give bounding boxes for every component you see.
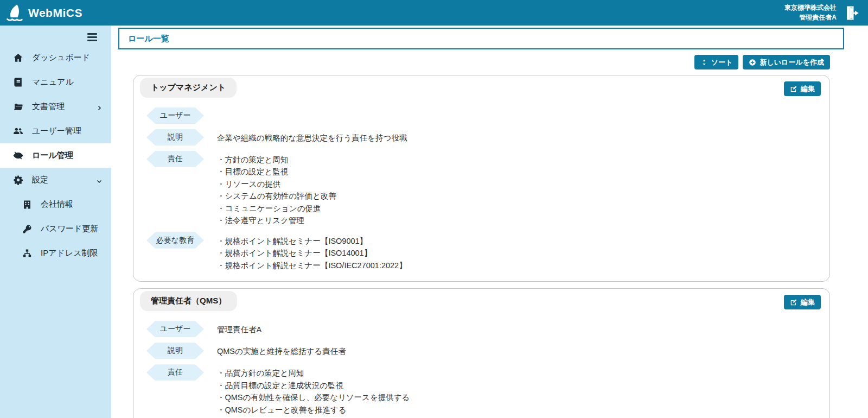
sidebar-item-company-info[interactable]: 会社情報 — [0, 192, 111, 217]
chevron-right-icon — [96, 104, 103, 110]
sidebar: ダッシュボード マニュアル 文書管理 ユーザー管理 ロール管理 設定 — [0, 26, 111, 418]
gear-icon — [13, 175, 23, 185]
edit-pencil-icon — [790, 299, 797, 306]
logout-button[interactable] — [844, 5, 860, 21]
sidebar-item-documents[interactable]: 文書管理 — [0, 94, 111, 119]
edit-pencil-icon — [790, 85, 797, 93]
logout-door-icon — [844, 5, 860, 21]
sidebar-item-label: 設定 — [32, 175, 87, 185]
sidebar-item-dashboard[interactable]: ダッシュボード — [0, 46, 111, 70]
role-card: 管理責任者（QMS） 編集 ユーザー 管理責任者A 説明 QMSの実施と維持を総… — [133, 288, 830, 418]
sidebar-item-roles[interactable]: ロール管理 — [0, 143, 111, 168]
list-item: 品質方針の策定と周知 — [217, 367, 410, 379]
sidebar-item-password-update[interactable]: パスワード更新 — [0, 217, 111, 241]
role-description-row: 説明 企業や組織の戦略的な意思決定を行う責任を持つ役職 — [144, 129, 819, 145]
home-icon — [13, 53, 23, 63]
field-label-description: 説明 — [146, 343, 204, 359]
field-label-responsibility: 責任 — [146, 151, 204, 167]
sidebar-item-manual[interactable]: マニュアル — [0, 70, 111, 94]
eye-off-icon — [13, 150, 23, 161]
sidebar-item-label: IPアドレス制限 — [41, 248, 103, 258]
sidebar-item-settings[interactable]: 設定 — [0, 168, 111, 192]
edit-role-button[interactable]: 編集 — [784, 81, 821, 96]
role-responsibility-row: 責任 品質方針の策定と周知 品質目標の設定と達成状況の監視 QMSの有効性を確保… — [144, 364, 819, 416]
sidebar-item-users[interactable]: ユーザー管理 — [0, 119, 111, 143]
list-item: 規格ポイント解説セミナー【ISO9001】 — [217, 235, 407, 247]
list-item: QMSの有効性を確保し、必要なリソースを提供する — [217, 391, 410, 403]
education-list: 規格ポイント解説セミナー【ISO9001】 規格ポイント解説セミナー【ISO14… — [217, 232, 407, 271]
edit-role-button[interactable]: 編集 — [784, 295, 821, 309]
sidebar-item-label: パスワード更新 — [41, 224, 103, 234]
sidebar-item-label: ロール管理 — [32, 150, 103, 161]
role-education-row: 必要な教育 規格ポイント解説セミナー【ISO9001】 規格ポイント解説セミナー… — [144, 232, 819, 271]
chevron-down-icon — [96, 177, 103, 183]
role-name-badge: 管理責任者（QMS） — [140, 291, 237, 311]
role-card: トップマネジメント 編集 ユーザー 説明 企業や組織の戦略的な意思決定を行う責任… — [133, 75, 830, 282]
sidebar-item-label: ユーザー管理 — [32, 126, 103, 136]
list-item: 法令遵守とリスク管理 — [217, 214, 336, 226]
role-user-row: ユーザー — [144, 107, 819, 124]
building-icon — [22, 199, 32, 210]
list-item: 規格ポイント解説セミナー【ISO14001】 — [217, 247, 407, 259]
sort-arrows-icon — [700, 59, 708, 66]
sidebar-item-label: マニュアル — [32, 77, 103, 87]
sidebar-item-label: 文書管理 — [32, 102, 87, 112]
brand-name: WebMiCS — [28, 7, 82, 20]
folder-icon — [13, 102, 23, 112]
user-name: 管理責任者A — [784, 13, 837, 22]
field-label-education: 必要な教育 — [146, 232, 204, 249]
role-description-value: 企業や組織の戦略的な意思決定を行う責任を持つ役職 — [217, 129, 407, 144]
sidebar-item-ip-restriction[interactable]: IPアドレス制限 — [0, 241, 111, 265]
role-name-badge: トップマネジメント — [140, 78, 237, 98]
list-item: コミュニケーションの促進 — [217, 202, 336, 214]
company-name: 東京標準株式会社 — [784, 3, 837, 12]
list-item: QMSのレビューと改善を推進する — [217, 404, 410, 416]
field-label-responsibility: 責任 — [146, 364, 204, 381]
list-item: 方針の策定と周知 — [217, 154, 336, 166]
toolbar: ソート 新しいロールを作成 — [111, 55, 830, 69]
sidebar-item-label: 会社情報 — [41, 199, 103, 210]
role-user-value: 管理責任者A — [217, 321, 261, 335]
sailboat-icon — [5, 3, 25, 23]
plus-circle-icon — [749, 59, 756, 66]
role-description-value: QMSの実施と維持を総括する責任者 — [217, 343, 346, 357]
header-user-info: 東京標準株式会社 管理責任者A — [784, 3, 837, 22]
field-label-user: ユーザー — [146, 107, 204, 124]
role-responsibility-row: 責任 方針の策定と周知 目標の設定と監視 リソースの提供 システムの有効性の評価… — [144, 151, 819, 227]
field-label-user: ユーザー — [146, 321, 204, 337]
list-item: 目標の設定と監視 — [217, 166, 336, 178]
list-item: 規格ポイント解説セミナー【ISO/IEC27001:2022】 — [217, 259, 407, 271]
role-description-row: 説明 QMSの実施と維持を総括する責任者 — [144, 343, 819, 359]
key-icon — [22, 224, 32, 234]
create-role-button[interactable]: 新しいロールを作成 — [743, 55, 830, 69]
brand-logo: WebMiCS — [5, 3, 82, 23]
responsibility-list: 品質方針の策定と周知 品質目標の設定と達成状況の監視 QMSの有効性を確保し、必… — [217, 364, 410, 416]
list-item: リソースの提供 — [217, 178, 336, 190]
page-title: ロール一覧 — [128, 34, 169, 44]
sort-button[interactable]: ソート — [694, 55, 739, 69]
hamburger-menu-icon[interactable] — [85, 31, 99, 43]
role-user-row: ユーザー 管理責任者A — [144, 321, 819, 337]
network-icon — [22, 248, 32, 258]
app-header: WebMiCS 東京標準株式会社 管理責任者A — [0, 0, 868, 26]
responsibility-list: 方針の策定と周知 目標の設定と監視 リソースの提供 システムの有効性の評価と改善… — [217, 151, 336, 227]
list-item: システムの有効性の評価と改善 — [217, 190, 336, 202]
users-icon — [13, 126, 23, 136]
book-icon — [13, 77, 23, 87]
sidebar-item-label: ダッシュボード — [32, 53, 103, 63]
list-item: 品質目標の設定と達成状況の監視 — [217, 379, 410, 391]
page-title-box: ロール一覧 — [118, 28, 844, 49]
main-content: ロール一覧 ソート 新しいロールを作成 トップマネジメント 編集 ユーザー 説明 — [111, 26, 868, 418]
field-label-description: 説明 — [146, 129, 204, 145]
